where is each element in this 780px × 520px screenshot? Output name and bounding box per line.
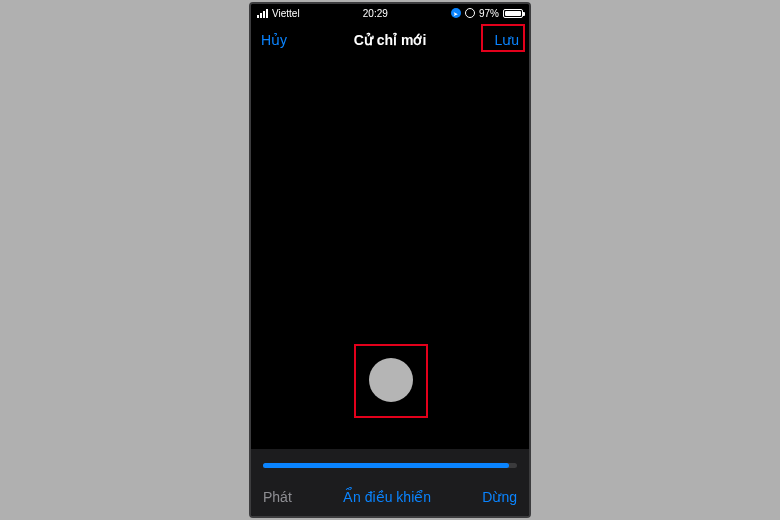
gesture-recording-area[interactable] [251, 58, 529, 449]
hide-controls-button[interactable]: Ẩn điều khiển [343, 489, 431, 505]
status-time: 20:29 [363, 8, 388, 19]
battery-icon [503, 9, 523, 18]
phone-frame: Viettel 20:29 ➤ 97% Hủy Cử chỉ mới Lưu P… [249, 2, 531, 518]
status-left: Viettel [257, 8, 300, 19]
progress-fill [263, 463, 509, 468]
bottom-toolbar: Phát Ẩn điều khiển Dừng [251, 478, 529, 516]
signal-icon [257, 9, 268, 18]
battery-percent: 97% [479, 8, 499, 19]
orientation-lock-icon [465, 8, 475, 18]
carrier-label: Viettel [272, 8, 300, 19]
play-button[interactable]: Phát [263, 489, 292, 505]
touch-dot-icon [369, 358, 413, 402]
progress-track[interactable] [263, 463, 517, 468]
save-button[interactable]: Lưu [471, 32, 519, 48]
progress-container [251, 449, 529, 478]
status-right: ➤ 97% [451, 8, 523, 19]
stop-button[interactable]: Dừng [482, 489, 517, 505]
nav-bar: Hủy Cử chỉ mới Lưu [251, 22, 529, 58]
location-icon: ➤ [451, 8, 461, 18]
cancel-button[interactable]: Hủy [261, 32, 309, 48]
status-bar: Viettel 20:29 ➤ 97% [251, 4, 529, 22]
